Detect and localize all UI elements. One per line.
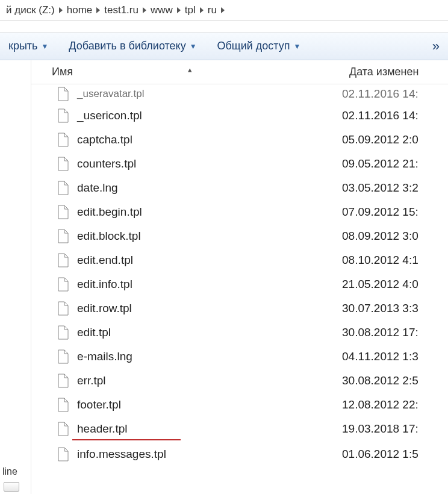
file-row[interactable]: edit.info.tpl21.05.2012 4:0 (31, 272, 448, 296)
file-name: _usericon.tpl (77, 109, 342, 122)
main-area: line Имя ▴ Дата изменен _useravatar.tpl0… (0, 60, 448, 494)
open-button[interactable]: крыть ▼ (5, 37, 52, 55)
file-row[interactable]: counters.tpl09.05.2012 21: (31, 152, 448, 176)
breadcrumb-item[interactable]: home (63, 4, 96, 16)
file-date: 08.09.2012 3:0 (342, 230, 448, 243)
library-label: Добавить в библиотеку (69, 40, 185, 52)
file-row[interactable]: footer.tpl12.08.2012 22: (31, 393, 448, 417)
file-row[interactable]: _usericon.tpl02.11.2016 14: (31, 104, 448, 128)
spacer-bar (0, 20, 448, 33)
file-date: 09.05.2012 21: (342, 157, 448, 170)
file-icon (54, 157, 72, 171)
chevron-right-icon (220, 7, 225, 13)
file-row[interactable]: edit.row.tpl30.07.2013 3:3 (31, 296, 448, 320)
open-label: крыть (8, 40, 37, 52)
file-row[interactable]: err.tpl30.08.2012 2:5 (31, 369, 448, 393)
file-icon (54, 87, 72, 101)
chevron-right-icon (96, 7, 101, 13)
file-row[interactable]: edit.begin.tpl07.09.2012 15: (31, 200, 448, 224)
file-icon (54, 398, 72, 412)
file-row[interactable]: edit.block.tpl08.09.2012 3:0 (31, 224, 448, 248)
sidebar: line (0, 60, 31, 494)
file-date: 04.11.2012 1:3 (342, 350, 448, 363)
file-name: err.tpl (77, 374, 342, 387)
file-date: 08.10.2012 4:1 (342, 254, 448, 267)
file-name: edit.row.tpl (77, 302, 342, 315)
chevron-right-icon (176, 7, 181, 13)
file-name: footer.tpl (77, 398, 342, 411)
file-name: _useravatar.tpl (77, 88, 342, 100)
file-icon (54, 253, 72, 267)
file-name: captcha.tpl (77, 133, 342, 146)
toolbar: крыть ▼ Добавить в библиотеку ▼ Общий до… (0, 33, 448, 60)
file-icon (54, 229, 72, 243)
file-date: 30.08.2012 2:5 (342, 374, 448, 387)
chevron-right-icon (142, 7, 147, 13)
file-row[interactable]: captcha.tpl05.09.2012 2:0 (31, 128, 448, 152)
file-row[interactable]: info.messages.tpl01.06.2012 1:5 (31, 442, 448, 466)
column-date-header[interactable]: Дата изменен (344, 66, 448, 78)
file-date: 03.05.2012 3:2 (342, 181, 448, 195)
file-date: 30.08.2012 17: (342, 326, 448, 339)
file-date: 30.07.2013 3:3 (342, 302, 448, 315)
breadcrumb[interactable]: й диск (Z:)hometest1.ruwwwtplru (0, 0, 448, 20)
breadcrumb-item[interactable]: tpl (181, 4, 199, 16)
file-list-panel: Имя ▴ Дата изменен _useravatar.tpl02.11.… (31, 60, 448, 494)
file-date: 02.11.2016 14: (342, 87, 448, 101)
file-name: edit.begin.tpl (77, 205, 342, 219)
file-name: edit.block.tpl (77, 230, 342, 243)
column-date-label: Дата изменен (349, 66, 418, 78)
add-to-library-button[interactable]: Добавить в библиотеку ▼ (65, 37, 200, 55)
file-name: counters.tpl (77, 157, 342, 170)
file-icon (54, 133, 72, 147)
file-list: _useravatar.tpl02.11.2016 14:_usericon.t… (31, 84, 448, 466)
file-icon (54, 325, 72, 340)
file-icon (54, 301, 72, 316)
file-row[interactable]: e-mails.lng04.11.2012 1:3 (31, 345, 448, 369)
file-row[interactable]: edit.end.tpl08.10.2012 4:1 (31, 248, 448, 272)
breadcrumb-item[interactable]: й диск (Z:) (2, 4, 58, 16)
file-name: edit.end.tpl (77, 254, 342, 267)
file-name: date.lng (77, 181, 342, 195)
file-row[interactable]: header.tpl19.03.2018 17: (31, 417, 448, 441)
chevron-right-icon (58, 7, 63, 13)
sidebar-drive-icon[interactable] (4, 482, 19, 492)
file-name: e-mails.lng (77, 350, 342, 363)
file-icon (54, 108, 72, 123)
chevron-down-icon: ▼ (190, 42, 197, 51)
file-date: 07.09.2012 15: (342, 205, 448, 219)
file-name: edit.info.tpl (77, 278, 342, 291)
file-icon (54, 422, 72, 436)
breadcrumb-item[interactable]: test1.ru (101, 4, 142, 16)
file-date: 02.11.2016 14: (342, 109, 448, 122)
overflow-label: » (432, 39, 440, 54)
breadcrumb-item[interactable]: www (147, 4, 176, 16)
file-icon (54, 374, 72, 388)
highlight-underline (72, 439, 181, 440)
file-row[interactable]: _useravatar.tpl02.11.2016 14: (31, 84, 448, 104)
file-icon (54, 447, 72, 461)
overflow-button[interactable]: » (432, 39, 443, 54)
chevron-down-icon: ▼ (41, 42, 48, 51)
share-button[interactable]: Общий доступ ▼ (214, 37, 305, 55)
column-name-label: Имя (52, 66, 73, 78)
file-date: 01.06.2012 1:5 (342, 448, 448, 461)
file-icon (54, 181, 72, 195)
file-row[interactable]: edit.tpl30.08.2012 17: (31, 320, 448, 345)
breadcrumb-item[interactable]: ru (204, 4, 220, 16)
file-icon (54, 205, 72, 219)
file-date: 12.08.2012 22: (342, 398, 448, 411)
sidebar-label: line (2, 466, 17, 477)
file-date: 19.03.2018 17: (342, 422, 448, 436)
chevron-right-icon (199, 7, 204, 13)
file-name: header.tpl (77, 422, 342, 436)
file-icon (54, 277, 72, 292)
file-row[interactable]: date.lng03.05.2012 3:2 (31, 176, 448, 200)
column-header: Имя ▴ Дата изменен (31, 60, 448, 84)
chevron-down-icon: ▼ (293, 42, 300, 51)
file-date: 05.09.2012 2:0 (342, 133, 448, 146)
file-name: info.messages.tpl (77, 448, 342, 461)
column-name-header[interactable]: Имя ▴ (31, 66, 344, 78)
sort-ascending-icon: ▴ (188, 65, 192, 74)
file-date: 21.05.2012 4:0 (342, 278, 448, 291)
